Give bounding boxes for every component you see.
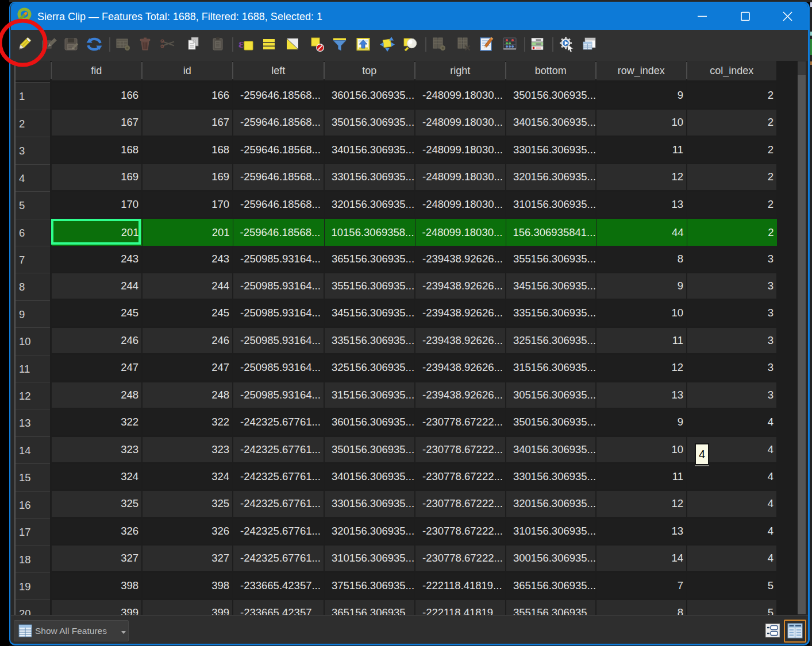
svg-text:ε: ε [238,36,244,51]
